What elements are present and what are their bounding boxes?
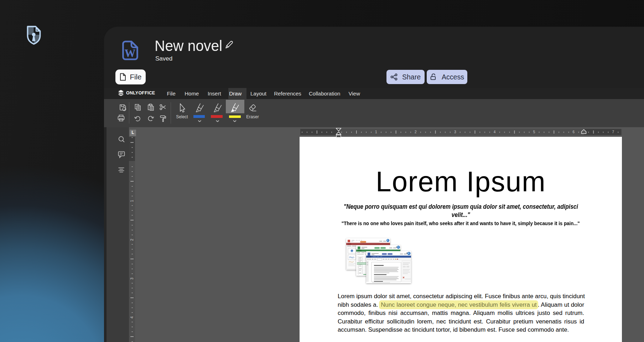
svg-text:2: 2: [130, 239, 134, 241]
svg-text:4: 4: [130, 316, 134, 318]
svg-text:W: W: [125, 47, 136, 59]
svg-text:3: 3: [130, 278, 134, 280]
svg-text:1: 1: [130, 200, 134, 202]
